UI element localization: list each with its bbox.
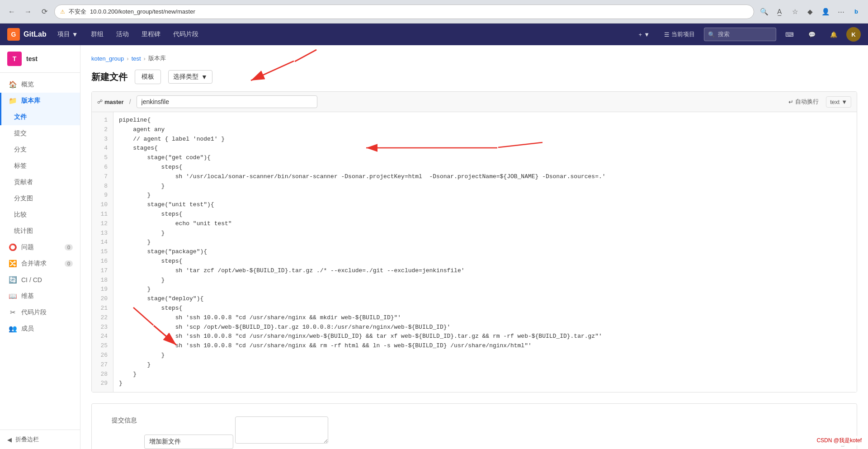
page-header: 新建文件 模板 选择类型 ▼ xyxy=(91,70,857,84)
extensions-btn[interactable]: ◆ xyxy=(804,5,816,18)
gitlab-logo[interactable]: G GitLab xyxy=(7,28,47,41)
profile-btn[interactable]: 👤 xyxy=(819,5,832,18)
code-line-4: stages{ xyxy=(119,144,851,153)
branch-name: master xyxy=(104,99,124,105)
nav-item-groups[interactable]: 群组 xyxy=(85,27,109,42)
sidebar-item-overview[interactable]: 🏠 概览 xyxy=(0,76,80,93)
code-line-23: sh 'scp /opt/web-${BUILD_ID}.tar.gz 10.0… xyxy=(119,323,851,332)
code-line-12: echo "unit test" xyxy=(119,219,851,229)
code-line-5: stage("get code"){ xyxy=(119,153,851,163)
csdn-watermark: CSDN @我是kotef xyxy=(814,436,864,445)
code-line-17: sh 'tar zcf /opt/web-${BUILD_ID}.tar.gz … xyxy=(119,266,851,276)
edge-btn[interactable]: b xyxy=(850,5,863,18)
sidebar-item-charts[interactable]: 统计图 xyxy=(0,223,80,239)
text-type-button[interactable]: text ▼ xyxy=(826,96,851,108)
sidebar-item-members[interactable]: 👥 成员 xyxy=(0,321,80,337)
code-editor[interactable]: 1 2 3 4 5 6 7 8 9 10 11 12 13 14 15 16 1 xyxy=(92,112,857,392)
filename-input[interactable] xyxy=(137,95,317,108)
user-avatar[interactable]: K xyxy=(846,27,861,42)
sidebar-item-files[interactable]: 文件 xyxy=(0,109,80,125)
back-button[interactable]: ← xyxy=(5,5,18,18)
branch-icon: ☍ xyxy=(97,99,103,105)
code-line-2: agent any xyxy=(119,125,851,135)
browser-actions: 🔍 A̲ ☆ ◆ 👤 ⋯ b xyxy=(758,5,863,18)
sidebar-item-snippets[interactable]: ✂ 代码片段 xyxy=(0,304,80,321)
auto-wrap-button[interactable]: ↵ 自动换行 xyxy=(785,96,822,108)
global-search[interactable]: 🔍 搜索 xyxy=(704,28,776,41)
commit-message-row: 提交信息 ⊿ xyxy=(101,413,848,449)
sidebar-project-header[interactable]: T test xyxy=(0,45,80,73)
repository-icon: 📁 xyxy=(9,97,17,105)
add-new-btn[interactable]: + ▼ xyxy=(633,28,655,41)
code-line-28: } xyxy=(119,370,851,379)
security-label: 不安全 xyxy=(69,8,86,16)
sidebar-item-branches[interactable]: 分支 xyxy=(0,142,80,158)
nav-notifications-btn[interactable]: 🔔 xyxy=(825,28,843,41)
sidebar-item-network[interactable]: 分支图 xyxy=(0,190,80,207)
current-project-btn[interactable]: ☰ 当前项目 xyxy=(659,28,700,41)
nav-item-projects[interactable]: 项目 ▼ xyxy=(52,27,84,42)
wiki-icon: 📖 xyxy=(9,292,17,300)
sidebar-item-issues[interactable]: ⭕ 问题 0 xyxy=(0,239,80,255)
commit-section: 提交信息 ⊿ 目标分支 由此更改 新建合并请求 xyxy=(91,403,857,449)
translate-btn[interactable]: A̲ xyxy=(773,5,786,18)
code-line-29: } xyxy=(119,379,851,388)
sidebar-item-contributors[interactable]: 贡献者 xyxy=(0,174,80,190)
nav-right: + ▼ ☰ 当前项目 🔍 搜索 ⌨ 💬 🔔 K xyxy=(633,27,861,42)
page-title: 新建文件 xyxy=(91,71,127,83)
code-line-1: pipeline{ xyxy=(119,116,851,125)
line-numbers: 1 2 3 4 5 6 7 8 9 10 11 12 13 14 15 16 1 xyxy=(92,112,113,392)
code-line-9: } xyxy=(119,191,851,200)
code-line-27: } xyxy=(119,360,851,370)
snippets-icon: ✂ xyxy=(9,308,17,317)
sidebar-item-tags[interactable]: 标签 xyxy=(0,158,80,174)
nav-keyboard-btn[interactable]: ⌨ xyxy=(780,28,799,41)
file-editor-header: ☍ master / ↵ 自动换行 text ▼ xyxy=(92,92,857,112)
sidebar-section-main: 🏠 概览 📁 版本库 文件 提交 分支 标签 贡献者 xyxy=(0,73,80,340)
collapse-icon: ◀ xyxy=(7,436,12,443)
refresh-button[interactable]: ⟳ xyxy=(38,5,51,18)
branch-label: ☍ master xyxy=(97,99,124,105)
sidebar-item-compare[interactable]: 比较 xyxy=(0,207,80,223)
nav-item-activity[interactable]: 活动 xyxy=(111,27,134,42)
collapse-sidebar-btn[interactable]: ◀ 折叠边栏 xyxy=(0,430,80,449)
commit-message-input[interactable] xyxy=(144,435,233,449)
breadcrumb-koten-group[interactable]: koten_group xyxy=(91,55,124,62)
sidebar-item-merge-requests[interactable]: 🔀 合并请求 0 xyxy=(0,255,80,272)
main-layout: T test 🏠 概览 📁 版本库 文件 提交 分支 标签 xyxy=(0,45,868,449)
forward-button[interactable]: → xyxy=(22,5,34,18)
issues-badge: 0 xyxy=(65,244,73,250)
sidebar-item-cicd[interactable]: 🔄 CI / CD xyxy=(0,272,80,288)
code-line-8: } xyxy=(119,182,851,191)
url-text: 10.0.0.200/koten_group/test/new/master xyxy=(90,8,195,15)
sidebar: T test 🏠 概览 📁 版本库 文件 提交 分支 标签 xyxy=(0,45,80,449)
nav-item-milestones[interactable]: 里程碑 xyxy=(136,27,166,42)
cicd-icon: 🔄 xyxy=(9,276,17,284)
more-btn[interactable]: ⋯ xyxy=(835,5,847,18)
search-browser-btn[interactable]: 🔍 xyxy=(758,5,770,18)
code-line-20: stage("deploy"){ xyxy=(119,294,851,304)
search-icon: 🔍 xyxy=(708,31,715,38)
template-button[interactable]: 模板 xyxy=(135,70,161,84)
code-content[interactable]: pipeline{ agent any // agent { label 'no… xyxy=(113,112,857,392)
address-bar[interactable]: ⚠ 不安全 10.0.0.200/koten_group/test/new/ma… xyxy=(54,5,754,19)
sidebar-item-wiki[interactable]: 📖 维基 xyxy=(0,288,80,304)
breadcrumb-test[interactable]: test xyxy=(132,55,141,62)
commit-message-label: 提交信息 xyxy=(101,413,137,425)
nav-item-snippets[interactable]: 代码片段 xyxy=(168,27,204,42)
merge-requests-badge: 0 xyxy=(65,260,73,267)
nav-chat-btn[interactable]: 💬 xyxy=(803,28,821,41)
code-line-24: sh 'ssh 10.0.0.8 "cd /usr/share/nginx/we… xyxy=(119,332,851,341)
code-line-10: stage("unit test"){ xyxy=(119,200,851,210)
file-editor-container: ☍ master / ↵ 自动换行 text ▼ xyxy=(91,91,857,392)
dropdown-icon: ▼ xyxy=(201,73,208,80)
code-line-14: } xyxy=(119,238,851,247)
sidebar-item-repository[interactable]: 📁 版本库 xyxy=(0,93,80,109)
commit-description-textarea[interactable] xyxy=(235,416,328,444)
bookmark-star-btn[interactable]: ☆ xyxy=(788,5,801,18)
type-select[interactable]: 选择类型 ▼ xyxy=(168,70,212,84)
commit-message-wrapper: ⊿ xyxy=(144,413,848,449)
sidebar-item-commits[interactable]: 提交 xyxy=(0,125,80,142)
content-area: koten_group › test › 版本库 新建文件 模板 选择类型 ▼ … xyxy=(80,45,868,449)
members-icon: 👥 xyxy=(9,325,17,333)
